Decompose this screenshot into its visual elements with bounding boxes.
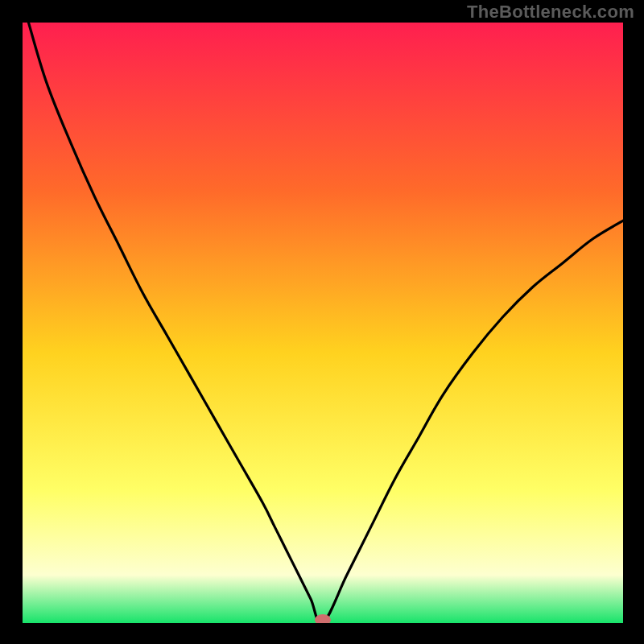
bottleneck-chart bbox=[23, 23, 623, 623]
gradient-background bbox=[23, 23, 623, 623]
watermark-text: TheBottleneck.com bbox=[467, 2, 634, 23]
plot-area bbox=[23, 23, 623, 623]
chart-stage: TheBottleneck.com bbox=[0, 0, 644, 644]
